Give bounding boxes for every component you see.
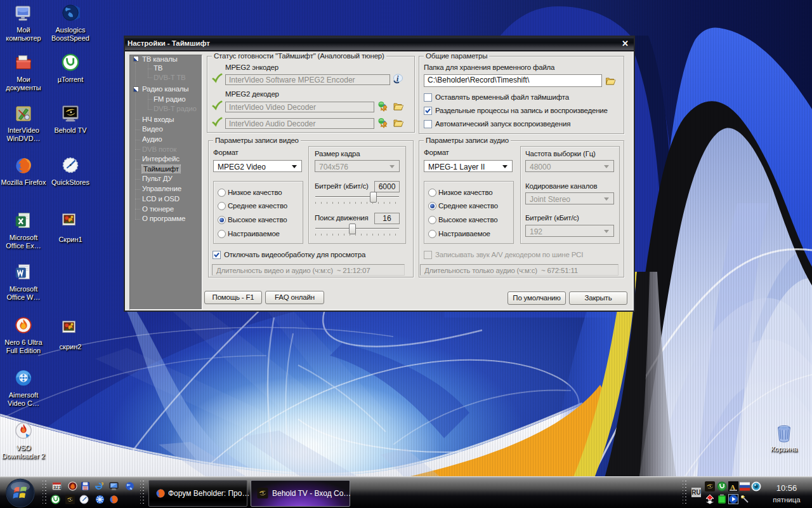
svg-text:321: 321 (53, 485, 62, 490)
svg-text:A: A (730, 483, 735, 491)
